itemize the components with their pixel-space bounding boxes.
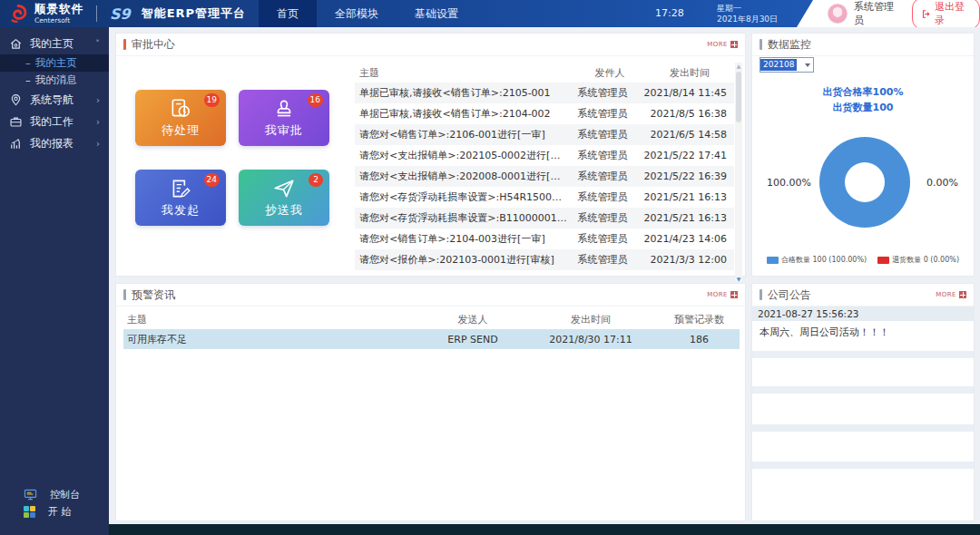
sidebar-subitem-my-messages[interactable]: – 我的消息 <box>0 72 109 89</box>
announcement-text[interactable]: 本周六、周日公司活动！！！ <box>752 322 974 343</box>
start-grid-icon <box>24 506 35 518</box>
clock-time: 17:28 <box>655 0 684 27</box>
tab-home[interactable]: 首页 <box>259 0 317 27</box>
brand-swirl-icon <box>7 3 29 24</box>
console-button[interactable]: 控制台 <box>0 486 109 503</box>
approval-row[interactable]: 请您对<报价单>:202103-0001进行[审核] 系统管理员 2021/3/… <box>355 249 734 270</box>
sidebar: 我的主页 ˅ – 我的主页 – 我的消息 系统导航 › 我的工作 › 我的报表 … <box>0 27 109 535</box>
approval-more-button[interactable]: MORE <box>707 41 738 48</box>
more-grid-icon <box>959 291 966 298</box>
announcements-more-button[interactable]: MORE <box>936 291 966 298</box>
chevron-right-icon: › <box>96 117 100 127</box>
donut-right-label: 0.00% <box>926 177 958 189</box>
pending-count-badge: 19 <box>204 93 220 107</box>
chevron-right-icon: › <box>96 95 100 105</box>
legend-swatch-red <box>877 257 889 264</box>
alerts-table: 主题 发送人 发出时间 预警记录数 可用库存不足 ERP SEND 2021/8… <box>123 309 740 349</box>
announcements-title: 公司公告 <box>768 287 811 303</box>
scroll-down-icon[interactable]: ▼ <box>735 276 742 282</box>
approval-row[interactable]: 单据已审核,请接收<销售订单>:2104-002 系统管理员 2021/8/5 … <box>355 103 734 124</box>
legend-qualified[interactable]: 合格数量 100 (100.00%) <box>767 255 867 265</box>
tile-my-approvals[interactable]: 16 我审批 <box>239 90 329 146</box>
briefcase-icon <box>9 115 23 129</box>
top-bar-user-area: 系统管理员 退出登录 <box>797 0 980 27</box>
user-avatar[interactable] <box>828 4 848 24</box>
shipment-qty-text: 出货数量100 <box>752 100 974 115</box>
console-icon <box>24 488 37 501</box>
donut-left-label: 100.00% <box>767 177 811 189</box>
sidebar-item-my-reports[interactable]: 我的报表 › <box>0 132 109 154</box>
pending-doc-clock-icon <box>169 97 192 121</box>
announcement-date: 2021-08-27 15:56:23 <box>752 306 974 321</box>
panel-accent-bar <box>123 39 126 50</box>
chevron-down-icon: ˅ <box>95 39 100 49</box>
approval-table-header: 主题 发件人 发出时间 <box>355 63 734 83</box>
more-grid-icon <box>730 291 738 298</box>
tile-pending[interactable]: 19 待处理 <box>135 90 226 146</box>
tile-cc-to-me[interactable]: 2 抄送我 <box>239 170 329 226</box>
approval-row[interactable]: 请您对<存货浮动耗损率设置>:B11000001进行[审核] 系统管理员 202… <box>355 208 734 229</box>
more-grid-icon <box>730 41 738 48</box>
app-logo: 顺景软件 Centersoft S9 智能ERP管理平台 <box>0 3 246 24</box>
alerts-title: 预警资讯 <box>132 287 175 303</box>
sidebar-subitem-my-home[interactable]: – 我的主页 <box>0 54 109 72</box>
s9-logo: S9 <box>110 5 131 23</box>
scroll-up-icon[interactable]: ▲ <box>735 63 742 69</box>
tile-initiated-by-me[interactable]: 24 我发起 <box>135 170 226 226</box>
approval-table-scrollbar[interactable]: ▲ ▼ <box>735 63 742 282</box>
sidebar-footer: 控制台 开 始 <box>0 486 109 520</box>
scrollbar-thumb[interactable] <box>736 72 741 122</box>
logo-divider <box>96 5 97 22</box>
logout-button[interactable]: 退出登录 <box>912 0 980 30</box>
empty-row-stripe <box>752 386 974 394</box>
approval-row[interactable]: 请您对<支出报销单>:202008-0001进行[审核] 系统管理员 2021/… <box>355 166 734 187</box>
chevron-down-icon <box>805 63 810 67</box>
sidebar-item-my-work[interactable]: 我的工作 › <box>0 111 109 132</box>
alerts-table-header: 主题 发送人 发出时间 预警记录数 <box>123 309 740 329</box>
home-icon <box>9 37 23 51</box>
top-bar: 顺景软件 Centersoft S9 智能ERP管理平台 首页 全部模块 基础设… <box>0 0 980 27</box>
tab-all-modules[interactable]: 全部模块 <box>317 0 397 27</box>
paper-plane-icon <box>272 177 296 200</box>
approval-row[interactable]: 请您对<销售订单>:2104-003进行[一审] 系统管理员 2021/4/23… <box>355 229 734 249</box>
cc-count-badge: 2 <box>309 173 323 187</box>
data-monitor-title: 数据监控 <box>768 37 811 53</box>
panel-accent-bar <box>760 39 762 50</box>
pass-rate-text: 出货合格率100% <box>752 84 974 100</box>
period-select[interactable]: 202108 <box>760 57 814 73</box>
product-title: 智能ERP管理平台 <box>142 5 246 22</box>
chevron-right-icon: › <box>96 139 100 149</box>
bottom-status-bar <box>109 524 980 535</box>
approval-row[interactable]: 请您对<存货浮动耗损率设置>:H54R15006002进行[审核] 系统管理员 … <box>355 187 734 208</box>
legend-returned[interactable]: 退货数量 0 (0.00%) <box>877 255 959 265</box>
bar-chart-icon <box>9 137 23 151</box>
chart-legend: 合格数量 100 (100.00%) 退货数量 0 (0.00%) <box>752 255 974 265</box>
user-name: 系统管理员 <box>854 0 898 27</box>
alert-row[interactable]: 可用库存不足 ERP SEND 2021/8/30 17:11 186 <box>123 329 740 349</box>
initiated-count-badge: 24 <box>204 173 220 187</box>
legend-swatch-blue <box>767 257 779 264</box>
tab-basic-settings[interactable]: 基础设置 <box>397 0 476 27</box>
approval-center-title: 审批中心 <box>132 37 175 53</box>
alerts-panel: 预警资讯 MORE 主题 发送人 发出时间 预警记录数 可用库存不足 ERP S… <box>115 283 746 521</box>
empty-row-stripe <box>752 462 974 469</box>
alerts-more-button[interactable]: MORE <box>707 291 738 298</box>
main-nav: 首页 全部模块 基础设置 <box>259 0 476 27</box>
approval-row[interactable]: 请您对<支出报销单>:202105-0002进行[审核] 系统管理员 2021/… <box>355 145 734 166</box>
brand-name: 顺景软件 <box>34 4 83 15</box>
sidebar-item-system-nav[interactable]: 系统导航 › <box>0 89 109 111</box>
sidebar-item-my-home[interactable]: 我的主页 ˅ <box>0 33 109 54</box>
map-pin-icon <box>9 93 23 107</box>
donut-chart <box>819 137 910 228</box>
stamp-icon <box>272 97 296 121</box>
edit-doc-icon <box>169 177 192 200</box>
my-approvals-count-badge: 16 <box>308 93 323 107</box>
empty-row-stripe <box>752 351 974 358</box>
approval-row[interactable]: 请您对<销售订单>:2106-001进行[一审] 系统管理员 2021/6/5 … <box>355 124 734 145</box>
approval-row[interactable]: 单据已审核,请接收<销售订单>:2105-001 系统管理员 2021/8/14… <box>355 83 734 103</box>
data-monitor-panel: 数据监控 202108 出货合格率100% 出货数量100 100.00% 0.… <box>751 33 975 277</box>
start-button[interactable]: 开 始 <box>0 503 109 520</box>
period-selected-value: 202108 <box>760 59 797 71</box>
monitor-summary: 出货合格率100% 出货数量100 <box>752 84 974 115</box>
brand-subtitle: Centersoft <box>34 17 83 24</box>
